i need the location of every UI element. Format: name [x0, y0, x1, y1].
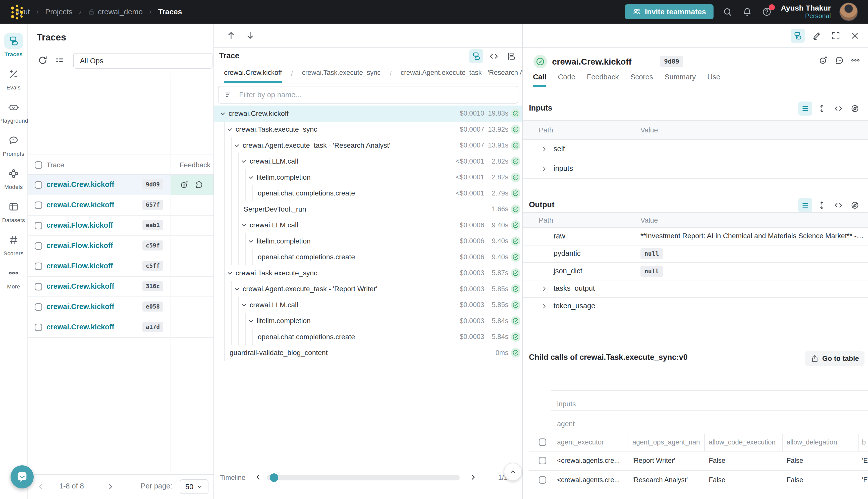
column-header[interactable]: allow_delegation — [786, 438, 837, 446]
sidebar-item-evals[interactable]: Evals — [0, 66, 27, 99]
ops-filter-select[interactable]: All Ops — [73, 53, 212, 69]
tab-scores[interactable]: Scores — [630, 73, 653, 87]
timeline-prev-icon[interactable] — [254, 473, 263, 482]
feedback-column-header[interactable]: Feedback — [179, 161, 210, 169]
chevron-down-icon[interactable] — [247, 238, 255, 245]
tree-row[interactable]: litellm.completion $0.0006 9.40s — [214, 233, 522, 249]
table-row[interactable]: crewai.Crew.kickoff 316c — [28, 277, 213, 297]
row-checkbox[interactable] — [35, 181, 42, 189]
tree-row[interactable]: crewai.Task.execute_sync $0.0003 5.87s — [214, 265, 522, 281]
inputs-row-self[interactable]: self — [523, 140, 868, 159]
tree-row[interactable]: crewai.Task.execute_sync $0.0007 13.92s — [214, 122, 522, 138]
trace-link[interactable]: crewai.Crew.kickoff — [47, 323, 114, 331]
chevron-right-icon[interactable] — [541, 165, 547, 172]
tree-row[interactable]: openai.chat.completions.create $0.0006 9… — [214, 249, 522, 265]
tree-row[interactable]: openai.chat.completions.create $0.0003 5… — [214, 329, 522, 345]
tree-row[interactable]: crewai.LLM.call $0.0006 9.40s — [214, 217, 522, 233]
table-row[interactable]: crewai.Crew.kickoff 657f — [28, 195, 213, 216]
breadcrumb-project[interactable]: crewai_demo — [88, 8, 142, 16]
tree-row[interactable]: litellm.completion $0.0003 5.84s — [214, 313, 522, 329]
chevron-down-icon[interactable] — [219, 110, 226, 117]
close-icon[interactable] — [848, 29, 862, 43]
list-view-icon[interactable] — [798, 198, 812, 212]
fullscreen-icon[interactable] — [829, 29, 843, 43]
row-checkbox[interactable] — [539, 457, 546, 464]
more-icon[interactable] — [851, 55, 860, 65]
wandb-logo[interactable] — [9, 4, 25, 20]
sidebar-item-traces[interactable]: Traces — [0, 33, 27, 66]
filter-columns-button[interactable] — [54, 55, 65, 66]
column-header[interactable]: b — [862, 438, 866, 446]
sidebar-item-more[interactable]: More — [0, 265, 27, 299]
chevron-right-icon[interactable] — [541, 146, 547, 153]
column-header[interactable]: agent_executor — [557, 438, 604, 446]
row-checkbox[interactable] — [35, 283, 42, 291]
chat-widget-button[interactable] — [11, 465, 34, 488]
tab-use[interactable]: Use — [707, 73, 720, 87]
table-row[interactable]: crewai.Flow.kickoff c59f — [28, 236, 213, 256]
sidebar-item-datasets[interactable]: Datasets — [0, 199, 27, 232]
sidebar-item-models[interactable]: Models — [0, 166, 27, 199]
tree-row[interactable]: crewai.Agent.execute_task - 'Report Writ… — [214, 281, 522, 297]
code-view-icon[interactable] — [487, 49, 501, 63]
chevron-down-icon[interactable] — [240, 221, 248, 229]
tab-call[interactable]: Call — [533, 73, 546, 87]
row-checkbox[interactable] — [35, 242, 42, 250]
tree-row[interactable]: crewai.LLM.call $0.0003 5.85s — [214, 297, 522, 313]
chevron-down-icon[interactable] — [226, 126, 234, 133]
timeline-next-icon[interactable] — [469, 473, 477, 482]
hide-icon[interactable] — [848, 101, 862, 115]
output-row-json-dict[interactable]: json_dict null — [523, 263, 868, 280]
chevron-down-icon[interactable] — [247, 174, 255, 181]
column-header[interactable]: allow_code_execution — [709, 438, 776, 446]
chevron-down-icon[interactable] — [240, 301, 248, 309]
arrow-up-icon[interactable] — [226, 31, 236, 40]
trace-column-header[interactable]: Trace — [47, 161, 64, 169]
chevron-down-icon[interactable] — [240, 158, 248, 165]
trace-link[interactable]: crewai.Flow.kickoff — [47, 242, 113, 250]
row-checkbox[interactable] — [539, 476, 546, 484]
trace-link[interactable]: crewai.Crew.kickoff — [47, 282, 114, 291]
row-checkbox[interactable] — [35, 303, 42, 311]
sidebar-item-prompts[interactable]: Prompts — [0, 133, 27, 166]
avatar[interactable] — [839, 2, 858, 21]
chevron-down-icon[interactable] — [226, 269, 234, 277]
trace-link[interactable]: crewai.Flow.kickoff — [47, 262, 113, 270]
trace-link[interactable]: crewai.Crew.kickoff — [47, 201, 114, 209]
go-to-table-button[interactable]: Go to table — [805, 351, 865, 366]
add-emoji-icon[interactable] — [818, 55, 828, 65]
output-row-tasks-output[interactable]: tasks_output — [523, 280, 868, 298]
output-row-token-usage[interactable]: token_usage — [523, 298, 868, 315]
trace-link[interactable]: crewai.Crew.kickoff — [47, 180, 114, 189]
trace-link[interactable]: crewai.Crew.kickoff — [47, 303, 114, 311]
search-icon[interactable] — [722, 6, 733, 17]
breadcrumb-projects[interactable]: Projects — [45, 8, 72, 16]
hide-icon[interactable] — [848, 198, 862, 212]
call-id-badge[interactable]: 9d89 — [660, 56, 683, 67]
user-block[interactable]: Ayush Thakur Personal — [781, 4, 831, 20]
expand-rows-icon[interactable] — [815, 101, 829, 115]
row-checkbox[interactable] — [35, 202, 42, 209]
arrow-down-icon[interactable] — [245, 31, 255, 40]
tree-view-icon[interactable] — [469, 49, 483, 63]
refresh-button[interactable] — [37, 55, 48, 66]
chevron-down-icon[interactable] — [233, 285, 240, 293]
flame-view-icon[interactable] — [504, 49, 518, 63]
table-row[interactable]: crewai.Crew.kickoff a17d — [28, 317, 213, 338]
output-row-pydantic[interactable]: pydantic null — [523, 245, 868, 263]
column-header[interactable]: agent_ops_agent_nan — [632, 438, 700, 446]
notifications-icon[interactable] — [742, 6, 753, 17]
tab-agent-execute-task[interactable]: crewai.Agent.execute_task - 'Research An… — [400, 64, 522, 83]
comment-icon[interactable] — [194, 180, 204, 190]
select-all-checkbox[interactable] — [539, 438, 546, 446]
table-row[interactable]: crewai.Crew.kickoff 9d89 — [28, 175, 213, 195]
tree-row[interactable]: crewai.Crew.kickoff $0.0010 19.83s — [214, 106, 522, 122]
row-checkbox[interactable] — [35, 222, 42, 229]
chevron-down-icon[interactable] — [247, 317, 255, 325]
tab-crew-kickoff[interactable]: crewai.Crew.kickoff — [224, 64, 282, 83]
tab-task-execute-sync[interactable]: crewai.Task.execute_sync — [302, 64, 381, 83]
tree-view-icon[interactable] — [791, 29, 805, 43]
page-prev-icon[interactable] — [37, 483, 45, 491]
tree-row[interactable]: SerperDevTool._run 1.66s — [214, 201, 522, 217]
trace-link[interactable]: crewai.Flow.kickoff — [47, 221, 113, 229]
